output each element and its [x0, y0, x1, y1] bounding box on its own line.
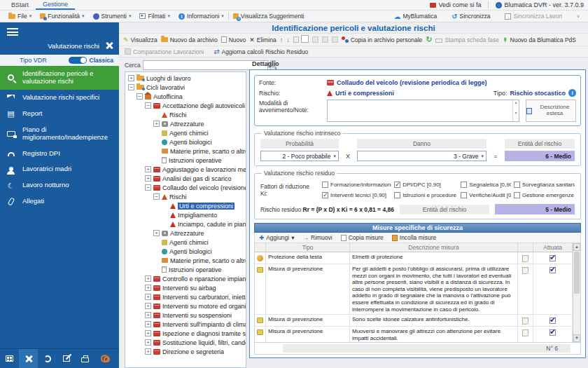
edit-button[interactable]: [57, 349, 76, 368]
expand-icon[interactable]: +: [145, 166, 151, 172]
menu-informazioni[interactable]: iInformazioni▾: [174, 12, 228, 20]
menu-filmati[interactable]: Filmati▾: [135, 12, 174, 20]
spinner-arrows[interactable]: ▲▼: [512, 100, 519, 121]
descrizione-estesa-button[interactable]: Descrizione estesa: [526, 100, 576, 122]
tree-item[interactable]: +Ispezione e diagnosi tramite sollevamen…: [126, 329, 246, 338]
note-icon[interactable]: [522, 318, 528, 325]
menu-sincronizza[interactable]: ↺Sincronizza: [447, 12, 494, 20]
paste-icon[interactable]: [322, 36, 328, 43]
expand-icon[interactable]: +: [153, 230, 160, 236]
sidebar-item-report[interactable]: ▤Report: [0, 106, 119, 122]
nuovo-button[interactable]: Nuovo: [221, 36, 246, 43]
menu-strumenti[interactable]: Strumenti▾: [89, 12, 136, 20]
tree-item[interactable]: +Analisi dei gas di scarico: [126, 174, 246, 183]
scroll-down-icon[interactable]: ▼: [573, 334, 580, 342]
expand-icon[interactable]: +: [153, 121, 160, 127]
menu-sincronizza-lavori[interactable]: ↓Sincronizza Lavori: [500, 12, 566, 20]
nuovo-da-archivio-button[interactable]: Nuovo da archivio: [161, 36, 218, 43]
page-icon[interactable]: [293, 36, 299, 43]
tree-item[interactable]: Urti e compressioni: [126, 201, 246, 210]
hamburger-menu-button[interactable]: [0, 22, 119, 39]
incolla-misure-button[interactable]: Incolla misure: [392, 234, 436, 241]
tree-item[interactable]: −Collaudo del veicolo (revisione periodi…: [126, 183, 246, 192]
collapse-ribbon-button[interactable]: ˅: [573, 13, 584, 20]
collapse-icon[interactable]: −: [145, 102, 151, 109]
print-button[interactable]: [76, 349, 94, 368]
expand-icon[interactable]: +: [145, 294, 151, 300]
menu-visualizza-suggerimenti[interactable]: Visualizza Suggerimenti: [229, 12, 309, 20]
note-icon[interactable]: [522, 267, 528, 274]
paste-icon[interactable]: [332, 36, 338, 43]
nuovo-da-blumatica-pds-button[interactable]: ↟Nuovo da Blumatica PdS: [503, 36, 576, 43]
scroll-up-icon[interactable]: ▲: [573, 243, 580, 251]
menu-funzionalita[interactable]: Funzionalità▾: [36, 12, 88, 20]
expand-icon[interactable]: +: [145, 275, 151, 282]
ki-checkbox[interactable]: Formazione/Informazione [0,90]: [322, 182, 391, 188]
ki-checkbox[interactable]: Segnaletica [0,90]: [461, 182, 510, 188]
comparazione-lavorazioni-button[interactable]: Comparazione Lavorazioni: [125, 48, 204, 55]
modalita-textarea[interactable]: ▲▼: [327, 100, 519, 122]
tree-item[interactable]: Inciampo, cadute in piano: [126, 219, 246, 229]
collapse-icon[interactable]: −: [128, 84, 134, 90]
note-icon[interactable]: [522, 329, 528, 336]
detail-tab[interactable]: Dettaglio: [249, 59, 586, 69]
expand-icon[interactable]: +: [145, 175, 151, 182]
sidebar-item-identificazione-pericoli[interactable]: Identificazione pericoli e valutazione r…: [0, 66, 119, 90]
tree-item[interactable]: −Cicli lavorativi: [126, 83, 246, 92]
tree-item[interactable]: Materie prime, scarto o altro: [126, 146, 246, 156]
ki-checkbox[interactable]: DPI/DPC [0,90]: [394, 182, 458, 188]
tree-item[interactable]: Istruzioni operative: [126, 265, 246, 274]
ki-checkbox[interactable]: Sorveglianza sanitaria [0,90]: [514, 182, 575, 188]
danno-select[interactable]: 3 - Grave▾: [357, 151, 486, 161]
tree-item[interactable]: Agenti chimici: [126, 238, 246, 247]
tree-item[interactable]: +Interventi su sospensioni: [126, 311, 246, 320]
visualizza-button[interactable]: ✎Visualizza: [123, 36, 158, 43]
elimina-button[interactable]: ✕Elimina: [249, 36, 276, 43]
stampa-scheda-fase-button[interactable]: Stampa scheda fase: [435, 36, 499, 43]
attuata-checkbox[interactable]: [550, 267, 556, 273]
expand-icon[interactable]: +: [145, 303, 151, 309]
refresh-icon[interactable]: ↻: [426, 35, 432, 44]
collapse-icon[interactable]: −: [136, 93, 143, 100]
attuata-checkbox[interactable]: [550, 318, 556, 324]
tree-item[interactable]: Istruzioni operative: [126, 156, 246, 165]
paste-icon[interactable]: [312, 36, 318, 43]
tree-item[interactable]: Agenti biologici: [126, 137, 246, 146]
tree-item[interactable]: +Interventi su carburatori, iniettori e …: [126, 292, 246, 301]
tree-item[interactable]: +Interventi sull'impianto di climatizzaz…: [126, 320, 246, 329]
tree-item[interactable]: Materie prime, scarto o altro: [126, 256, 246, 265]
tree-item[interactable]: +Attrezzature: [126, 119, 246, 128]
tree-item[interactable]: −Accettazione degli autoveicoli: [126, 101, 246, 110]
attuata-checkbox[interactable]: [550, 255, 556, 261]
ki-checkbox[interactable]: Gestione emergenze [0,85]: [514, 192, 575, 198]
table-row[interactable]: Protezione della testaElmetti di protezi…: [255, 252, 573, 264]
aggiorna-calcoli-button[interactable]: ⇄Aggiorna calcoli Rischio Residuo: [214, 48, 308, 55]
tree-item[interactable]: +Aggiustaggio e lavorazioni meccaniche: [126, 165, 246, 174]
ki-checkbox[interactable]: Verifiche/Audit [0,85]: [461, 192, 510, 198]
risk-assessment-button[interactable]: [19, 349, 38, 368]
copia-archivio-personale-button[interactable]: Copia in archivio personale: [342, 36, 423, 43]
table-row[interactable]: Misura di prevenzioneSono scelte idonee …: [255, 315, 573, 327]
tree-item[interactable]: +Luoghi di lavoro: [126, 74, 246, 83]
collapse-icon[interactable]: −: [153, 193, 160, 200]
note-icon[interactable]: [522, 255, 528, 262]
tree-item[interactable]: +Interventi su airbag: [126, 283, 246, 292]
table-row[interactable]: Misura di prevenzioneMuoversi e manovrar…: [255, 327, 573, 343]
sidebar-item-piano-miglioramento[interactable]: Piano di miglioramento/Inadempienze: [0, 122, 119, 146]
expand-icon[interactable]: +: [128, 75, 134, 81]
tree-item[interactable]: Agenti chimici: [126, 128, 246, 137]
sync-button[interactable]: [38, 349, 57, 368]
tree-item[interactable]: +Attrezzature: [126, 229, 246, 238]
scroll-thumb[interactable]: [574, 252, 580, 294]
menu-myblumatica[interactable]: ☁MyBlumatica: [389, 12, 441, 20]
tree-item[interactable]: Impigliamento: [126, 210, 246, 219]
attuata-checkbox[interactable]: [550, 329, 556, 336]
tipo-vdr-toggle[interactable]: [69, 57, 87, 64]
rimuovi-button[interactable]: →Rimuovi: [303, 234, 332, 241]
aggiungi-button[interactable]: ✚Aggiungi▾: [259, 234, 295, 241]
expand-icon[interactable]: +: [145, 348, 151, 355]
tree-item[interactable]: −Autofficina: [126, 92, 246, 101]
expand-icon[interactable]: +: [145, 312, 151, 318]
copy-pages-icon[interactable]: [302, 36, 309, 43]
info-icon[interactable]: i: [568, 89, 576, 97]
